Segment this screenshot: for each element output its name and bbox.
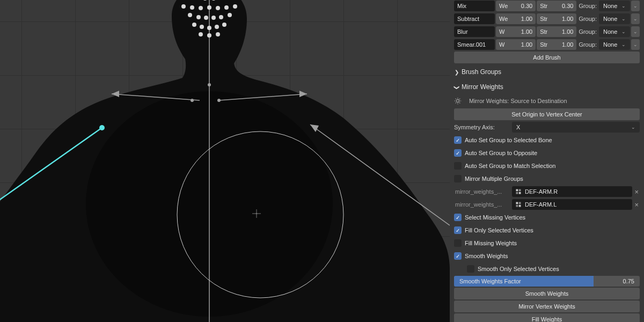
brush-weight-field[interactable]: We0.30 bbox=[496, 1, 536, 11]
svg-point-15 bbox=[207, 5, 211, 10]
checkbox-label: Smooth Weights bbox=[465, 253, 508, 259]
svg-point-14 bbox=[199, 6, 203, 10]
joint bbox=[208, 83, 211, 86]
symmetry-axis-row: Symmetry Axis: X ⌄ bbox=[454, 121, 640, 133]
brush-strength-field[interactable]: Str0.30 bbox=[537, 1, 576, 11]
brush-group-label: Group: bbox=[577, 16, 598, 22]
brush-extra-button[interactable]: ⌄ bbox=[631, 39, 640, 50]
check-icon: ✓ bbox=[454, 252, 462, 260]
brush-group-select[interactable]: None⌄ bbox=[599, 39, 630, 50]
brush-weight-field[interactable]: We1.00 bbox=[496, 13, 536, 24]
checkbox-fillMissing[interactable]: Fill Missing Weights bbox=[454, 237, 640, 249]
svg-point-24 bbox=[228, 13, 232, 17]
brush-group-select[interactable]: None⌄ bbox=[599, 13, 630, 24]
brush-groups-header[interactable]: ❯ Brush Groups bbox=[454, 65, 640, 78]
svg-rect-48 bbox=[516, 205, 518, 207]
brush-strength-field[interactable]: Str1.00 bbox=[537, 39, 576, 50]
checkbox-label: Fill Missing Weights bbox=[465, 240, 517, 246]
brush-strength-field[interactable]: Str1.00 bbox=[537, 26, 576, 37]
checkbox-autoOpp[interactable]: ✓Auto Set Group to Opposite bbox=[454, 147, 640, 159]
checkbox-smoothW[interactable]: ✓Smooth Weights bbox=[454, 250, 640, 262]
side-panel[interactable]: MixWe0.30Str0.30Group:None⌄⌄SubtractWe1.… bbox=[450, 0, 644, 322]
brush-name-field[interactable]: Smear.001 bbox=[454, 39, 495, 50]
smooth-weights-factor-slider[interactable]: Smooth Weights Factor 0.75 bbox=[454, 276, 640, 287]
smooth-factor-label: Smooth Weights Factor bbox=[459, 278, 521, 284]
checkbox-smoothOnlySel[interactable]: Smooth Only Selected Vertices bbox=[454, 263, 640, 275]
checkbox-label: Select Missing Vertices bbox=[465, 214, 525, 221]
svg-point-30 bbox=[199, 32, 203, 36]
svg-rect-43 bbox=[519, 189, 521, 192]
brush-group-select[interactable]: None⌄ bbox=[599, 26, 630, 37]
symmetry-axis-select[interactable]: X ⌄ bbox=[512, 122, 640, 133]
brush-extra-button[interactable]: ⌄ bbox=[631, 1, 640, 11]
brush-groups-label: Brush Groups bbox=[462, 68, 501, 76]
svg-rect-42 bbox=[516, 189, 518, 192]
add-brush-button[interactable]: Add Brush bbox=[454, 52, 640, 63]
fill-weights-button[interactable]: Fill Weights bbox=[454, 313, 640, 322]
mirror-vertex-weights-button[interactable]: Mirror Vertex Weights bbox=[454, 301, 640, 312]
brush-group-label: Group: bbox=[577, 3, 598, 9]
settings-icon bbox=[454, 97, 462, 105]
svg-rect-47 bbox=[519, 202, 521, 204]
svg-rect-44 bbox=[516, 192, 518, 194]
checkbox-label: Auto Set Group to Match Selection bbox=[465, 163, 555, 169]
clear-icon[interactable]: × bbox=[633, 188, 640, 196]
mirror-group-2-row: mirror_weights_... DEF-ARM.L × bbox=[454, 199, 640, 210]
brush-strength-field[interactable]: Str1.00 bbox=[537, 13, 576, 24]
mirror-weights-label: Mirror Weights bbox=[462, 83, 503, 91]
svg-rect-45 bbox=[519, 192, 521, 194]
checkbox-empty-icon bbox=[454, 175, 462, 182]
svg-point-27 bbox=[207, 26, 211, 30]
viewport-3d[interactable] bbox=[0, 0, 450, 322]
chevron-down-icon: ⌄ bbox=[631, 125, 635, 130]
svg-point-23 bbox=[219, 15, 223, 19]
check-icon: ✓ bbox=[454, 136, 462, 144]
mirror-group-1-field[interactable]: DEF-ARM.R bbox=[512, 186, 632, 197]
checkbox-mirrorMulti[interactable]: Mirror Multiple Groups bbox=[454, 173, 640, 185]
checkbox-label: Fill Only Selected Vertices bbox=[465, 227, 533, 233]
svg-rect-49 bbox=[519, 205, 521, 207]
brush-row: Smear.001W1.00Str1.00Group:None⌄⌄ bbox=[454, 39, 640, 50]
svg-point-32 bbox=[216, 32, 220, 36]
svg-rect-46 bbox=[516, 202, 518, 204]
chevron-down-icon: ❯ bbox=[454, 84, 460, 90]
brush-weight-field[interactable]: W1.00 bbox=[496, 26, 536, 37]
joint bbox=[191, 99, 194, 102]
mirror-group-2-field[interactable]: DEF-ARM.L bbox=[512, 199, 632, 210]
brush-row: BlurW1.00Str1.00Group:None⌄⌄ bbox=[454, 26, 640, 38]
brush-name-field[interactable]: Subtract bbox=[454, 13, 495, 24]
check-icon: ✓ bbox=[454, 226, 462, 234]
checkbox-autoSelBone[interactable]: ✓Auto Set Group to Selected Bone bbox=[454, 134, 640, 146]
mirror-weights-header[interactable]: ❯ Mirror Weights bbox=[454, 80, 640, 93]
brush-name-field[interactable]: Mix bbox=[454, 1, 495, 11]
brush-extra-button[interactable]: ⌄ bbox=[631, 13, 640, 24]
set-origin-button[interactable]: Set Origin to Vertex Center bbox=[454, 108, 640, 120]
check-icon: ✓ bbox=[454, 214, 462, 221]
checkbox-selMissing[interactable]: ✓Select Missing Vertices bbox=[454, 211, 640, 223]
mirror-group-1-row: mirror_weights_... DEF-ARM.R × bbox=[454, 186, 640, 197]
brush-group-label: Group: bbox=[577, 41, 598, 48]
checkbox-empty-icon bbox=[454, 239, 462, 247]
smooth-factor-value: 0.75 bbox=[623, 278, 634, 284]
checkbox-label: Auto Set Group to Selected Bone bbox=[465, 137, 552, 143]
svg-point-20 bbox=[196, 15, 201, 19]
svg-point-17 bbox=[224, 5, 229, 10]
brush-group-select[interactable]: None⌄ bbox=[599, 1, 630, 11]
brush-extra-button[interactable]: ⌄ bbox=[631, 26, 640, 37]
svg-line-38 bbox=[456, 99, 456, 99]
checkbox-autoMatch[interactable]: Auto Set Group to Match Selection bbox=[454, 160, 640, 172]
symmetry-axis-label: Symmetry Axis: bbox=[454, 124, 511, 130]
smooth-weights-button[interactable]: Smooth Weights bbox=[454, 288, 640, 299]
brush-weight-field[interactable]: W1.00 bbox=[496, 39, 536, 50]
brush-name-field[interactable]: Blur bbox=[454, 26, 495, 37]
svg-line-41 bbox=[459, 99, 460, 99]
check-icon: ✓ bbox=[454, 149, 462, 157]
svg-point-29 bbox=[222, 23, 226, 27]
svg-point-33 bbox=[456, 99, 459, 102]
chevron-right-icon: ❯ bbox=[454, 69, 459, 75]
joint-selected bbox=[99, 125, 105, 130]
svg-line-39 bbox=[459, 103, 460, 103]
checkbox-fillOnlySel[interactable]: ✓Fill Only Selected Vertices bbox=[454, 224, 640, 236]
clear-icon[interactable]: × bbox=[633, 201, 640, 209]
mirror-weights-desc-row: Mirror Weights: Source to Destination bbox=[454, 94, 640, 107]
